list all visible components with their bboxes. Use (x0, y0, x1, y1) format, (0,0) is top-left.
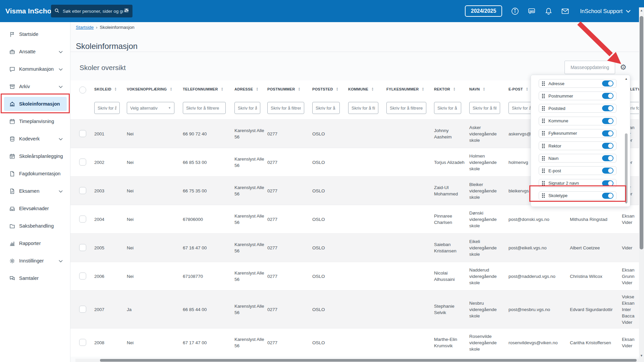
column-toggle[interactable] (602, 155, 613, 161)
drag-handle-icon[interactable] (542, 143, 545, 148)
user-menu[interactable]: InSchool Support (580, 8, 631, 14)
column-menu-item-navn[interactable]: Navn (539, 154, 616, 163)
drag-handle-icon[interactable] (542, 181, 545, 186)
sort-icon[interactable]: ▲▼ (298, 87, 300, 91)
vertical-scrollbar[interactable]: ▲ ▼ (639, 7, 644, 362)
breadcrumb-home-link[interactable]: Startside (76, 25, 94, 30)
column-settings-gear-icon[interactable]: ⚙ (618, 62, 628, 72)
bulk-update-button[interactable]: Masseoppdatering (565, 61, 615, 74)
column-header-voksenopplaering[interactable]: VOKSENOPPLÆRING▲▼ (127, 87, 172, 91)
row-checkbox[interactable] (79, 216, 86, 223)
chevron-down-icon[interactable] (59, 188, 63, 194)
sidebar-item-eksamen[interactable]: Eksamen (0, 182, 70, 200)
sidebar-item-rapporter[interactable]: Rapporter (0, 235, 70, 252)
filter-input-postnummer[interactable] (267, 102, 304, 114)
row-checkbox[interactable] (79, 339, 86, 346)
filter-input-navn[interactable] (469, 102, 500, 114)
sms-icon[interactable]: SMS (528, 7, 536, 15)
scroll-up-arrow[interactable]: ▲ (624, 77, 628, 80)
sidebar-item-saksbehandling[interactable]: Saksbehandling (0, 217, 70, 235)
column-toggle[interactable] (602, 105, 613, 111)
drag-handle-icon[interactable] (542, 106, 545, 111)
filter-input-skoleid[interactable] (94, 102, 120, 114)
column-menu-item-signatur-2-navn[interactable]: Signatur 2 navn (539, 179, 616, 188)
row-checkbox[interactable] (79, 130, 86, 137)
row-checkbox[interactable] (79, 273, 86, 280)
scroll-down-arrow[interactable]: ▼ (624, 201, 628, 204)
sidebar-item-fagdokumentasjon[interactable]: Fagdokumentasjon (0, 165, 70, 182)
column-toggle[interactable] (602, 93, 613, 99)
column-header-poststed[interactable]: POSTSTED▲▼ (312, 87, 338, 91)
column-menu-item-poststed[interactable]: Poststed (539, 104, 616, 113)
column-menu-item-fylkesnummer[interactable]: Fylkesnummer (539, 129, 616, 138)
column-menu-item-e-post[interactable]: E-post (539, 166, 616, 175)
mail-icon[interactable] (561, 7, 569, 15)
filter-input-fylkesnummer[interactable] (386, 102, 426, 114)
sort-icon[interactable]: ▲▼ (483, 87, 485, 91)
column-toggle[interactable] (602, 143, 613, 149)
column-header-telefonnummer[interactable]: TELEFONNUMMER▲▼ (183, 87, 223, 91)
column-menu-item-skoletype[interactable]: Skoletype (539, 191, 616, 200)
sidebar-item-timeplanvisning[interactable]: Timeplanvisning (0, 113, 70, 130)
row-checkbox[interactable] (79, 244, 86, 251)
column-header-skoleid[interactable]: SKOLEID▲▼ (94, 87, 117, 91)
sort-icon[interactable]: ▲▼ (526, 87, 528, 91)
column-menu-item-postnummer[interactable]: Postnummer (539, 92, 616, 100)
filter-select-voksenopplaering[interactable]: Velg alternativ▼ (127, 102, 174, 114)
bell-icon[interactable] (544, 7, 552, 15)
column-header-fylkesnummer[interactable]: FYLKESNUMMER▲▼ (386, 87, 424, 91)
column-header-epost[interactable]: E-POST▲▼ (508, 87, 528, 91)
column-toggle[interactable] (602, 130, 613, 136)
chevron-down-icon[interactable] (59, 136, 63, 141)
chevron-down-icon[interactable] (59, 66, 63, 72)
select-all-checkbox[interactable] (79, 86, 86, 94)
chevron-down-icon[interactable] (59, 49, 63, 54)
drag-handle-icon[interactable] (542, 118, 545, 123)
sidebar-item-ansatte[interactable]: Ansatte (0, 43, 70, 60)
app-logo[interactable]: Visma InSchool (5, 7, 58, 15)
sort-icon[interactable]: ▲▼ (114, 87, 117, 91)
drag-handle-icon[interactable] (542, 94, 545, 99)
column-toggle[interactable] (602, 168, 613, 174)
sidebar-item-elevs-knader[interactable]: Elevsøknader (0, 200, 70, 217)
sidebar-item-innstillinger[interactable]: Innstillinger (0, 252, 70, 269)
sort-icon[interactable]: ▲▼ (453, 87, 455, 91)
chevron-down-icon[interactable] (59, 84, 63, 89)
filter-input-adresse[interactable] (234, 102, 260, 114)
sidebar-item-skole-rsplanlegging[interactable]: Skoleårsplanlegging (0, 147, 70, 165)
column-menu-item-rektor[interactable]: Rektor (539, 141, 616, 150)
info-icon[interactable] (511, 7, 519, 15)
sort-icon[interactable]: ▲▼ (422, 87, 424, 91)
column-toggle[interactable] (602, 180, 613, 186)
column-toggle[interactable] (602, 80, 613, 86)
drag-handle-icon[interactable] (542, 131, 545, 136)
column-toggle[interactable] (602, 118, 613, 124)
drag-handle-icon[interactable] (542, 193, 545, 198)
column-header-rektor[interactable]: REKTOR▲▼ (434, 87, 455, 91)
sort-icon[interactable]: ▲▼ (371, 87, 374, 91)
horizontal-scrollbar[interactable] (75, 359, 639, 362)
search-input[interactable] (62, 8, 124, 14)
filter-input-telefonnummer[interactable] (183, 102, 226, 114)
drag-handle-icon[interactable] (542, 156, 545, 161)
sidebar-item-kommunikasjon[interactable]: Kommunikasjon (0, 60, 70, 78)
vscroll-down-arrow[interactable]: ▼ (639, 354, 644, 357)
chevron-down-icon[interactable] (59, 258, 63, 263)
filter-input-poststed[interactable] (312, 102, 340, 114)
sidebar-item-samtaler[interactable]: Samtaler (0, 269, 70, 287)
vscroll-thumb[interactable] (640, 16, 643, 249)
filter-input-kommune[interactable] (348, 102, 378, 114)
sidebar-item-arkiv[interactable]: Arkiv (0, 78, 70, 95)
menu-scrollbar[interactable]: ▲ ▼ (624, 77, 628, 204)
school-year-button[interactable]: 2024/2025 (465, 5, 502, 17)
search-filter-icon[interactable] (124, 8, 129, 14)
column-menu-item-adresse[interactable]: Adresse (539, 79, 616, 88)
column-header-navn[interactable]: NAVN▲▼ (469, 87, 485, 91)
sidebar-item-kodeverk[interactable]: Kodeverk (0, 130, 70, 147)
sort-icon[interactable]: ▲▼ (256, 87, 258, 91)
column-header-kommune[interactable]: KOMMUNE▲▼ (348, 87, 374, 91)
column-toggle[interactable] (602, 193, 613, 199)
sidebar-item-skoleinformasjon[interactable]: Skoleinformasjon (0, 95, 70, 113)
column-header-adresse[interactable]: ADRESSE▲▼ (234, 87, 259, 91)
row-checkbox[interactable] (79, 306, 86, 313)
